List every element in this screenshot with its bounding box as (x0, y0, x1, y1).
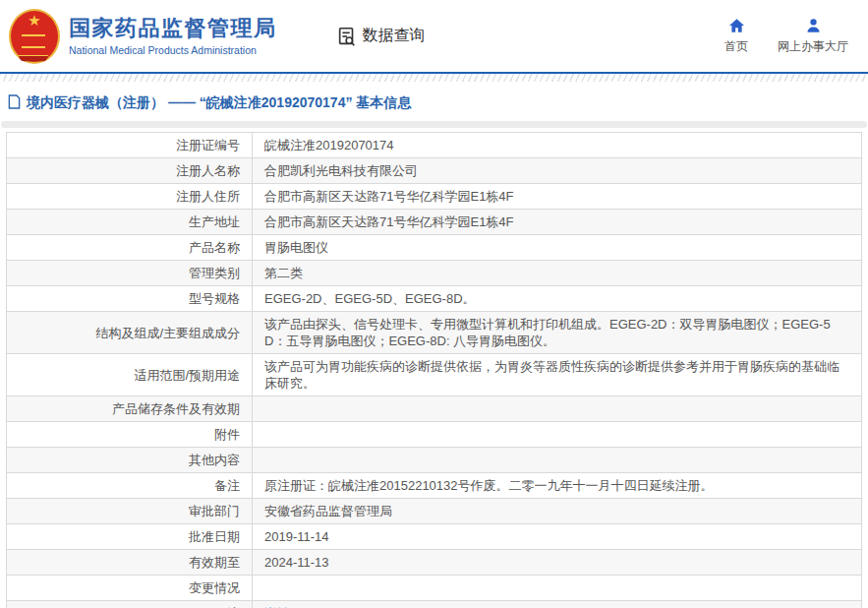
row-value: 皖械注准20192070174 (253, 133, 862, 158)
row-label: 审批部门 (7, 499, 253, 524)
star-icon: ★ (9, 13, 60, 28)
table-row: 其他内容 (7, 448, 862, 473)
row-label: 型号规格 (7, 286, 253, 312)
row-label: 产品储存条件及有效期 (7, 396, 253, 422)
service-hall-label: 网上办事大厅 (778, 38, 848, 55)
row-value: 详情 (253, 601, 862, 608)
table-row: 有效期至2024-11-13 (7, 550, 862, 576)
row-label: 有效期至 (7, 550, 253, 576)
table-row: 注册证编号皖械注准20192070174 (7, 133, 862, 158)
table-row: 结构及组成/主要组成成分该产品由探头、信号处理卡、专用微型计算机和打印机组成。E… (7, 312, 862, 354)
row-label: 备注 (7, 473, 253, 499)
row-value: 2024-11-13 (253, 550, 862, 576)
table-row: 产品储存条件及有效期 (7, 396, 862, 422)
table-row: 管理类别第二类 (7, 261, 862, 286)
document-icon (8, 94, 21, 112)
page-title: 境内医疗器械（注册） —— “皖械注准20192070174” 基本信息 (27, 94, 411, 112)
info-table-body: 注册证编号皖械注准20192070174注册人名称合肥凯利光电科技有限公司注册人… (7, 133, 862, 608)
row-value: 合肥市高新区天达路71号华亿科学园E1栋4F (253, 210, 862, 235)
row-label: 注册人名称 (7, 158, 253, 184)
row-label: 结构及组成/主要组成成分 (7, 312, 253, 354)
row-label: 附件 (7, 422, 253, 448)
home-link[interactable]: 首页 (724, 17, 748, 55)
table-row: 产品名称胃肠电图仪 (7, 235, 862, 261)
row-value: 2019-11-14 (253, 524, 862, 550)
org-title-block: 国家药品监督管理局 National Medical Products Admi… (69, 16, 277, 56)
row-label: 产品名称 (7, 235, 253, 261)
home-icon (727, 17, 746, 34)
row-value: 该产品由探头、信号处理卡、专用微型计算机和打印机组成。EGEG-2D：双导胃肠电… (253, 312, 862, 354)
table-row: 注册人名称合肥凯利光电科技有限公司 (7, 158, 862, 184)
row-label: 生产地址 (7, 210, 253, 235)
person-icon (804, 17, 823, 34)
row-label: 批准日期 (7, 524, 253, 550)
row-value: 合肥市高新区天达路71号华亿科学园E1栋4F (253, 184, 862, 210)
row-label: 变更情况 (7, 576, 253, 601)
home-link-label: 首页 (724, 38, 748, 55)
registration-info-table: 注册证编号皖械注准20192070174注册人名称合肥凯利光电科技有限公司注册人… (6, 132, 862, 608)
row-value (253, 576, 862, 601)
table-row: 附件 (7, 422, 862, 448)
document-search-icon (336, 26, 358, 47)
table-row: 批准日期2019-11-14 (7, 524, 862, 550)
row-value: 该产品可为胃功能疾病的诊断提供依据，为胃炎等器质性疾病的诊断提供参考并用于胃肠疾… (253, 354, 862, 396)
row-value: EGEG-2D、EGEG-5D、EGEG-8D。 (253, 286, 862, 312)
site-header: ★ 国家药品监督管理局 National Medical Products Ad… (0, 0, 868, 72)
table-row: 注详情 (7, 601, 862, 608)
table-row: 型号规格EGEG-2D、EGEG-5D、EGEG-8D。 (7, 286, 862, 312)
table-row: 变更情况 (7, 576, 862, 601)
national-emblem-logo: ★ (9, 9, 60, 64)
row-value: 原注册证：皖械注准20152210132号作废。二零一九年十一月十四日延续注册。 (253, 473, 862, 499)
table-row: 适用范围/预期用途该产品可为胃功能疾病的诊断提供依据，为胃炎等器质性疾病的诊断提… (7, 354, 862, 396)
hatch-band (0, 74, 868, 82)
row-label: 注 (7, 601, 253, 608)
data-query-label: 数据查询 (363, 26, 426, 46)
registration-info-panel: 注册证编号皖械注准20192070174注册人名称合肥凯利光电科技有限公司注册人… (6, 132, 862, 608)
page-title-row: 境内医疗器械（注册） —— “皖械注准20192070174” 基本信息 (0, 82, 868, 121)
table-row: 审批部门安徽省药品监督管理局 (7, 499, 862, 524)
service-hall-link[interactable]: 网上办事大厅 (778, 17, 848, 55)
row-value: 安徽省药品监督管理局 (253, 499, 862, 524)
org-name-en: National Medical Products Administration (69, 44, 277, 56)
row-label: 注册证编号 (7, 133, 253, 158)
data-query-nav[interactable]: 数据查询 (336, 26, 426, 47)
table-row: 备注原注册证：皖械注准20152210132号作废。二零一九年十一月十四日延续注… (7, 473, 862, 499)
top-links: 首页 网上办事大厅 (724, 17, 848, 55)
gate-icon (22, 34, 45, 48)
panel-top-strip (1, 121, 867, 128)
row-value (253, 422, 862, 448)
row-value (253, 396, 862, 422)
row-value: 第二类 (253, 261, 862, 286)
table-row: 生产地址合肥市高新区天达路71号华亿科学园E1栋4F (7, 210, 862, 235)
table-row: 注册人住所合肥市高新区天达路71号华亿科学园E1栋4F (7, 184, 862, 210)
row-label: 其他内容 (7, 448, 253, 473)
row-value: 合肥凯利光电科技有限公司 (253, 158, 862, 184)
org-name-zh: 国家药品监督管理局 (69, 16, 277, 41)
row-label: 管理类别 (7, 261, 253, 286)
row-label: 适用范围/预期用途 (7, 354, 253, 396)
row-value (253, 448, 862, 473)
row-label: 注册人住所 (7, 184, 253, 210)
row-value: 胃肠电图仪 (253, 235, 862, 261)
